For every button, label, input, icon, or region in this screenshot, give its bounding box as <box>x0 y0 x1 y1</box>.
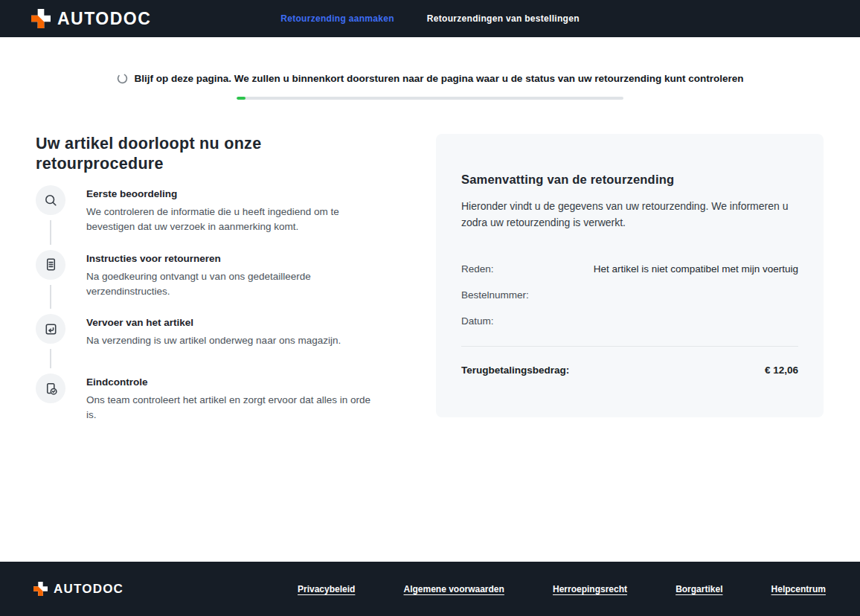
row-value: Het artikel is niet compatibel met mijn … <box>594 263 798 275</box>
autodoc-plus-icon <box>31 9 51 28</box>
summary-title: Samenvatting van de retourzending <box>461 173 798 187</box>
step-return-instructions: Instructies voor retourneren Na goedkeur… <box>36 250 393 315</box>
summary-row-date: Datum: <box>461 315 798 327</box>
step-final-check: Eindcontrole Ons team controleert het ar… <box>36 373 393 438</box>
nav-order-returns[interactable]: Retourzendingen van bestellingen <box>427 13 580 24</box>
summary-divider <box>461 346 798 347</box>
document-icon <box>36 250 65 280</box>
step-title: Vervoer van het artikel <box>86 317 341 328</box>
step-description: Na goedkeuring ontvangt u van ons gedeta… <box>86 269 370 300</box>
page-title: Uw artikel doorloopt nu onze retourproce… <box>36 134 378 173</box>
redirect-notice: Blijf op deze pagina. We zullen u binnen… <box>0 73 860 100</box>
summary-row-reason: Reden: Het artikel is niet compatibel me… <box>461 263 798 275</box>
brand-wordmark: AUTODOC <box>57 9 151 29</box>
step-title: Instructies voor retourneren <box>86 253 370 264</box>
step-title: Eerste beoordeling <box>86 188 370 199</box>
refund-value: € 12,06 <box>765 365 798 376</box>
summary-row-refund-amount: Terugbetalingsbedrag: € 12,06 <box>461 365 798 376</box>
footer: AUTODOC Privacybeleid Algemene voorwaard… <box>0 562 860 616</box>
refund-label: Terugbetalingsbedrag: <box>461 365 569 376</box>
return-summary-card: Samenvatting van de retourzending Hieron… <box>436 134 824 417</box>
notice-text: Blijf op deze pagina. We zullen u binnen… <box>135 73 744 84</box>
top-navigation: Retourzending aanmaken Retourzendingen v… <box>280 0 580 37</box>
document-check-icon <box>36 373 65 403</box>
step-connector <box>50 349 51 368</box>
step-initial-review: Eerste beoordeling We controleren de inf… <box>36 185 393 250</box>
footer-link-help-center[interactable]: Helpcentrum <box>771 584 826 594</box>
spinner-icon <box>117 73 128 84</box>
step-connector <box>50 285 51 309</box>
row-label: Datum: <box>461 315 494 327</box>
footer-link-withdrawal[interactable]: Herroepingsrecht <box>553 584 627 594</box>
package-return-icon <box>36 314 65 344</box>
summary-rows: Reden: Het artikel is niet compatibel me… <box>461 263 798 376</box>
row-label: Bestelnummer: <box>461 289 529 301</box>
step-description: We controleren de informatie die u heeft… <box>86 205 370 235</box>
summary-row-order-number: Bestelnummer: <box>461 289 798 301</box>
page: AUTODOC Retourzending aanmaken Retourzen… <box>0 0 860 616</box>
step-connector <box>50 220 51 245</box>
step-description: Na verzending is uw artikel onderweg naa… <box>86 333 341 348</box>
return-steps-list: Eerste beoordeling We controleren de inf… <box>36 185 393 438</box>
top-header: AUTODOC Retourzending aanmaken Retourzen… <box>0 0 860 37</box>
step-description: Ons team controleert het artikel en zorg… <box>86 393 370 423</box>
progress-bar <box>237 97 623 100</box>
search-icon <box>36 185 65 215</box>
summary-description: Hieronder vindt u de gegevens van uw ret… <box>461 199 798 231</box>
autodoc-plus-icon <box>33 582 48 596</box>
progress-fill <box>237 97 246 100</box>
step-title: Eindcontrole <box>86 376 370 388</box>
footer-link-deposit-item[interactable]: Borgartikel <box>676 584 722 594</box>
footer-brand[interactable]: AUTODOC <box>33 562 123 616</box>
step-transport: Vervoer van het artikel Na verzending is… <box>36 314 393 373</box>
header-brand[interactable]: AUTODOC <box>31 0 151 37</box>
row-label: Reden: <box>461 263 494 275</box>
footer-links: Privacybeleid Algemene voorwaarden Herro… <box>298 562 826 616</box>
footer-link-privacy[interactable]: Privacybeleid <box>298 584 355 594</box>
brand-wordmark: AUTODOC <box>54 582 123 597</box>
footer-link-terms[interactable]: Algemene voorwaarden <box>404 584 504 594</box>
nav-create-return[interactable]: Retourzending aanmaken <box>280 13 394 24</box>
